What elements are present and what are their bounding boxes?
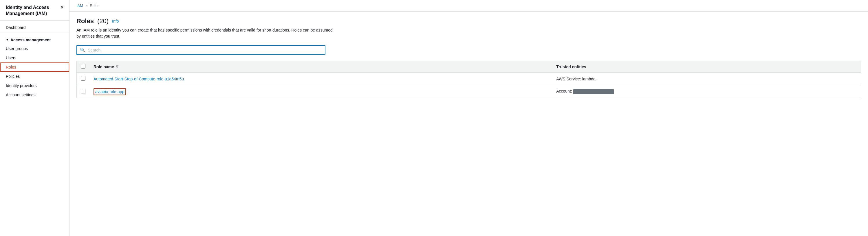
breadcrumb-iam-link[interactable]: IAM: [76, 3, 83, 8]
sidebar-item-users-label: Users: [6, 56, 17, 60]
page-title-row: Roles (20) Info: [76, 18, 861, 25]
role-name-cell: aviatrix-role-app: [90, 85, 552, 98]
table-header-row: Role name ▽ Trusted entities: [77, 61, 861, 73]
role-name-link[interactable]: Automated-Start-Stop-of-Compute-role-u1a…: [94, 77, 184, 81]
table-row: Automated-Start-Stop-of-Compute-role-u1a…: [77, 73, 861, 85]
sidebar-item-dashboard[interactable]: Dashboard: [0, 23, 69, 32]
row-checkbox-cell: [77, 85, 90, 98]
sort-icon[interactable]: ▽: [116, 65, 118, 69]
breadcrumb-roles: Roles: [90, 3, 99, 8]
trusted-entities-cell: Account:: [552, 85, 861, 98]
sidebar-item-users[interactable]: Users: [0, 53, 69, 63]
sidebar-section-access-label: Access management: [10, 38, 51, 42]
sidebar-item-account-settings[interactable]: Account settings: [0, 90, 69, 100]
redacted-account-id: [573, 89, 614, 94]
sidebar-item-roles[interactable]: Roles: [0, 63, 69, 72]
sidebar-item-policies-label: Policies: [6, 74, 20, 79]
page-body: Roles (20) Info An IAM role is an identi…: [69, 11, 868, 104]
info-link[interactable]: Info: [112, 19, 119, 24]
sidebar-item-user-groups[interactable]: User groups: [0, 44, 69, 53]
sidebar-item-identity-providers-label: Identity providers: [6, 83, 37, 88]
sidebar-title-container: Identity and Access Management (IAM) ×: [0, 5, 69, 20]
role-name-link[interactable]: aviatrix-role-app: [94, 88, 126, 95]
table-header-checkbox: [77, 61, 90, 73]
table-row: aviatrix-role-appAccount:: [77, 85, 861, 98]
trusted-entities-cell: AWS Service: lambda: [552, 73, 861, 85]
sidebar-title-text: Identity and Access Management (IAM): [6, 5, 59, 17]
sidebar-divider-access: [0, 32, 69, 32]
table-header-trusted-entities: Trusted entities: [552, 61, 861, 73]
page-description: An IAM role is an identity you can creat…: [76, 27, 337, 39]
sidebar: Identity and Access Management (IAM) × D…: [0, 0, 69, 236]
roles-count: (20): [97, 18, 108, 25]
sidebar-item-dashboard-label: Dashboard: [6, 25, 26, 30]
breadcrumb-separator: >: [85, 4, 87, 8]
role-name-header-label: Role name: [94, 65, 114, 69]
select-all-checkbox[interactable]: [81, 64, 85, 69]
sidebar-item-policies[interactable]: Policies: [0, 72, 69, 81]
search-container: 🔍: [76, 45, 326, 55]
sidebar-divider-top: [0, 20, 69, 21]
search-icon: 🔍: [80, 47, 85, 53]
page-title: Roles: [76, 18, 94, 25]
main-content: IAM > Roles Roles (20) Info An IAM role …: [69, 0, 868, 236]
trusted-entities-header-label: Trusted entities: [556, 65, 586, 69]
row-checkbox[interactable]: [81, 89, 85, 93]
table-header-role-name: Role name ▽: [90, 61, 552, 73]
row-checkbox[interactable]: [81, 76, 85, 81]
search-input[interactable]: [88, 48, 322, 52]
arrow-icon: ▼: [6, 38, 9, 41]
sidebar-close-button[interactable]: ×: [59, 5, 63, 11]
sidebar-item-roles-label: Roles: [6, 65, 16, 69]
row-checkbox-cell: [77, 73, 90, 85]
sidebar-item-account-settings-label: Account settings: [6, 93, 36, 97]
sidebar-item-user-groups-label: User groups: [6, 46, 28, 51]
sidebar-section-access-management: ▼ Access management: [0, 35, 69, 44]
sidebar-item-identity-providers[interactable]: Identity providers: [0, 81, 69, 90]
breadcrumb: IAM > Roles: [69, 0, 868, 11]
role-name-cell: Automated-Start-Stop-of-Compute-role-u1a…: [90, 73, 552, 85]
roles-table: Role name ▽ Trusted entities Automated-S…: [76, 61, 861, 98]
